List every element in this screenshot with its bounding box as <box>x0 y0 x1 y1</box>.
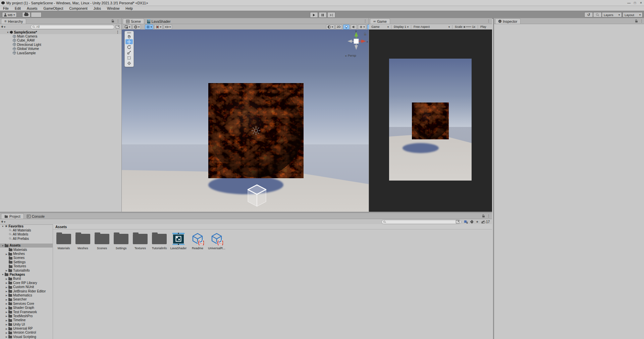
package-item[interactable]: Version Control <box>0 331 53 335</box>
undo-history-button[interactable] <box>584 12 593 17</box>
kebab-menu-icon[interactable] <box>487 214 490 218</box>
packages-root-row[interactable]: Packages <box>0 272 53 276</box>
tab-hierarchy[interactable]: Hierarchy <box>1 18 26 24</box>
move-tool-button[interactable] <box>125 39 133 44</box>
asset-item-materials[interactable]: Materials <box>56 232 71 250</box>
asset-item-lavashader[interactable]: LavaShader <box>171 232 186 250</box>
pivot-mode-dropdown[interactable] <box>123 24 131 29</box>
grid-visibility-toggle[interactable] <box>145 24 153 29</box>
collapse-arrow-icon[interactable] <box>2 224 4 228</box>
game-target-dropdown[interactable]: Game <box>370 24 390 29</box>
expand-arrow-icon[interactable] <box>6 293 7 297</box>
menu-window[interactable]: Window <box>104 6 122 11</box>
search-by-type-button[interactable] <box>464 220 468 224</box>
search-window-icon[interactable] <box>456 220 460 223</box>
project-search-input[interactable] <box>381 220 461 224</box>
display-dropdown[interactable]: Display 1 <box>392 24 410 29</box>
tree-item-materials[interactable]: Materials <box>0 248 53 252</box>
pause-button[interactable] <box>319 12 327 18</box>
step-button[interactable] <box>327 12 335 18</box>
expand-arrow-icon[interactable] <box>6 323 7 326</box>
maximize-button[interactable]: □ <box>632 1 638 5</box>
hierarchy-item-global-volume[interactable]: Global Volume <box>0 47 121 51</box>
handle-orientation-dropdown[interactable] <box>132 24 141 29</box>
kebab-menu-icon[interactable] <box>364 19 367 23</box>
expand-arrow-icon[interactable] <box>6 331 7 334</box>
minimize-button[interactable]: — <box>626 1 632 5</box>
favorite-all-models[interactable]: All Models <box>0 232 53 236</box>
2d-toggle[interactable]: 2D <box>335 24 342 29</box>
tree-item-scenes[interactable]: Scenes <box>0 256 53 260</box>
play-button[interactable] <box>310 12 318 18</box>
expand-arrow-icon[interactable] <box>6 289 7 293</box>
projection-toggle[interactable]: Persp <box>344 54 356 57</box>
hierarchy-search-input[interactable]: All <box>31 25 114 29</box>
assets-root-row[interactable]: Assets <box>0 244 53 248</box>
package-item[interactable]: Mathematics <box>0 293 53 297</box>
collapse-arrow-icon[interactable] <box>2 244 4 247</box>
overlay-drag-handle[interactable] <box>127 32 131 33</box>
menu-gameobject[interactable]: GameObject <box>41 6 66 11</box>
rotate-tool-button[interactable] <box>125 45 133 50</box>
expand-arrow-icon[interactable] <box>6 314 7 318</box>
tab-console[interactable]: Console <box>24 214 48 219</box>
lock-icon[interactable] <box>482 216 485 217</box>
menu-edit[interactable]: Edit <box>12 6 24 11</box>
package-item[interactable]: Test Framework <box>0 310 53 314</box>
expand-arrow-icon[interactable] <box>6 302 7 305</box>
expand-arrow-icon[interactable] <box>6 269 7 272</box>
tab-lavashader[interactable]: LavaShader <box>144 19 174 24</box>
save-search-button[interactable] <box>476 220 479 223</box>
asset-item-textures[interactable]: Textures <box>132 232 148 250</box>
favorite-all-prefabs[interactable]: All Prefabs <box>0 236 53 241</box>
package-item[interactable]: Core RP Library <box>0 281 53 285</box>
expand-arrow-icon[interactable] <box>6 277 7 280</box>
scale-tool-button[interactable] <box>125 50 133 55</box>
tree-item-textures[interactable]: Textures <box>0 264 53 268</box>
audio-toggle[interactable] <box>351 24 357 29</box>
lighting-toggle[interactable] <box>343 24 350 29</box>
scale-slider-knob[interactable] <box>464 26 465 28</box>
kebab-menu-icon[interactable] <box>116 19 120 23</box>
menu-component[interactable]: Component <box>66 6 90 11</box>
effects-dropdown[interactable] <box>358 24 366 29</box>
package-item[interactable]: Shader Graph <box>0 306 53 310</box>
selected-cube-gizmo[interactable] <box>247 184 267 208</box>
expand-arrow-icon[interactable] <box>6 319 7 322</box>
expand-arrow-icon[interactable] <box>6 281 7 284</box>
collapse-arrow-icon[interactable] <box>7 30 9 34</box>
draw-mode-dropdown[interactable] <box>326 24 334 29</box>
package-item[interactable]: Searcher <box>0 297 53 301</box>
play-focused-dropdown[interactable]: Play <box>479 24 488 29</box>
package-item[interactable]: Services Core <box>0 301 53 306</box>
expand-arrow-icon[interactable] <box>6 252 7 256</box>
tab-scene[interactable]: Scene <box>123 18 144 24</box>
hidden-packages-toggle[interactable]: 17 <box>481 220 490 224</box>
expand-arrow-icon[interactable] <box>6 306 7 310</box>
tree-item-tutorialinfo[interactable]: TutorialInfo <box>0 268 53 272</box>
expand-arrow-icon[interactable] <box>6 298 7 301</box>
snap-increment-dropdown[interactable] <box>154 24 163 29</box>
package-item[interactable]: Timeline <box>0 318 53 322</box>
transform-tool-button[interactable] <box>125 61 133 66</box>
menu-help[interactable]: Help <box>122 6 136 11</box>
hand-tool-button[interactable] <box>125 34 133 39</box>
package-item[interactable]: Custom NUnit <box>0 285 53 289</box>
expand-arrow-icon[interactable] <box>6 327 7 330</box>
favorites-header[interactable]: Favorites <box>0 224 53 228</box>
rect-tool-button[interactable] <box>125 55 133 60</box>
scale-control[interactable]: Scale 1x <box>453 24 477 29</box>
snap-settings-dropdown[interactable] <box>164 24 172 29</box>
package-item[interactable]: Visual Scripting <box>0 335 53 339</box>
game-viewport[interactable] <box>369 29 492 212</box>
asset-item-scenes[interactable]: Scenes <box>94 232 110 250</box>
expand-arrow-icon[interactable] <box>6 285 7 289</box>
search-by-label-button[interactable] <box>470 220 474 223</box>
scale-slider[interactable] <box>464 26 471 28</box>
tree-item-settings[interactable]: Settings <box>0 260 53 264</box>
package-item[interactable]: JetBrains Rider Editor <box>0 289 53 293</box>
lock-icon[interactable] <box>112 21 114 22</box>
expand-arrow-icon[interactable] <box>6 335 7 338</box>
kebab-menu-icon[interactable] <box>116 30 119 34</box>
layout-dropdown[interactable]: Layout <box>623 12 643 17</box>
